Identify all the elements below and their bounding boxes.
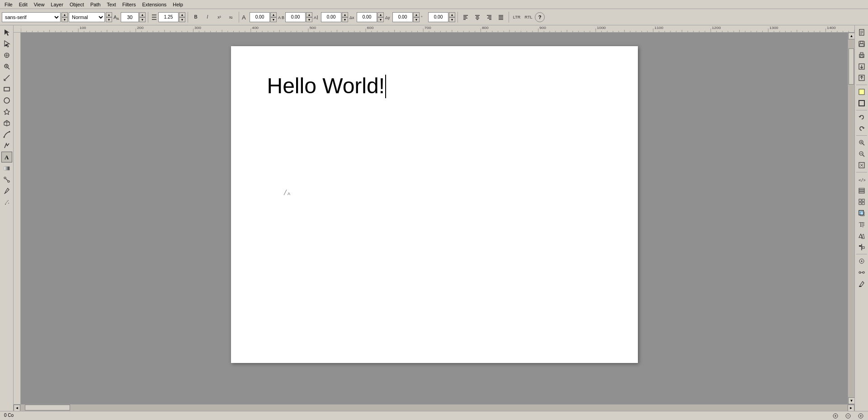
italic-button[interactable]: I [202, 12, 213, 23]
menu-path[interactable]: Path [88, 1, 104, 8]
scroll-track[interactable] [848, 39, 854, 397]
horizontal-kerning-input[interactable] [250, 12, 270, 22]
letter-spacing-down[interactable]: ▼ [342, 17, 348, 22]
canvas-viewport[interactable]: Hello World! A [21, 33, 848, 404]
box3d-tool-button[interactable] [1, 118, 12, 129]
stroke-color-button[interactable] [856, 98, 867, 109]
help-button[interactable]: ? [535, 12, 545, 22]
letter-spacing-input[interactable] [321, 12, 341, 22]
menu-extensions[interactable]: Extensions [139, 1, 169, 8]
dy-input[interactable] [392, 12, 413, 22]
undo-button[interactable] [856, 112, 867, 123]
save-button[interactable] [856, 38, 867, 49]
h-kern-down[interactable]: ▼ [270, 17, 277, 22]
nodes-button[interactable] [856, 267, 867, 278]
text-format-button[interactable]: T [856, 219, 867, 230]
transform-button[interactable] [856, 230, 867, 241]
rotation-up[interactable]: ▲ [449, 12, 455, 17]
star-tool-button[interactable] [1, 106, 12, 117]
word-spacing-down[interactable]: ▼ [306, 17, 312, 22]
menu-edit[interactable]: Edit [16, 1, 30, 8]
tweak-tool-button[interactable] [1, 50, 12, 61]
rotation-input[interactable] [428, 12, 448, 22]
connector-tool-button[interactable] [1, 174, 12, 185]
ltr-button[interactable]: RTL [523, 12, 534, 23]
font-size-up[interactable]: ▲ [139, 12, 146, 17]
print-button[interactable] [856, 50, 867, 61]
scroll-left-button[interactable]: ◄ [14, 405, 20, 411]
font-family-select[interactable]: sans-serif [2, 12, 61, 22]
rotation-down[interactable]: ▼ [449, 17, 455, 22]
pen-tool-button[interactable] [1, 129, 12, 140]
subscript-button[interactable]: x₂ [226, 12, 236, 23]
zoom-tool-button[interactable] [1, 61, 12, 72]
zoom-in-button[interactable] [856, 137, 867, 148]
font-style-select[interactable]: Normal Bold Italic [69, 12, 105, 22]
align-justify-button[interactable] [495, 12, 506, 23]
menu-layer[interactable]: Layer [48, 1, 66, 8]
scroll-down-button[interactable]: ▼ [848, 397, 854, 404]
rect-tool-button[interactable] [1, 84, 12, 95]
dx-up[interactable]: ▲ [377, 12, 384, 17]
dropper-tool-button[interactable] [1, 186, 12, 196]
canvas-text-content[interactable]: Hello World! [267, 73, 387, 98]
bold-button[interactable]: B [190, 12, 201, 23]
snap-button[interactable] [856, 256, 867, 267]
spray-tool-button[interactable] [1, 197, 12, 208]
select-tool-button[interactable] [1, 27, 12, 38]
dy-up[interactable]: ▲ [413, 12, 420, 17]
font-family-up[interactable]: ▲ [61, 12, 68, 17]
menu-text[interactable]: Text [104, 1, 118, 8]
zoom-out-button[interactable] [856, 148, 867, 159]
zoom-fit-status[interactable] [855, 412, 866, 420]
scroll-right-button[interactable]: ► [848, 405, 854, 411]
word-spacing-input[interactable] [285, 12, 306, 22]
align-distribute-button[interactable] [856, 242, 867, 253]
h-kern-up[interactable]: ▲ [270, 12, 277, 17]
h-scroll-thumb[interactable] [25, 405, 70, 410]
h-scroll-track[interactable] [20, 405, 848, 411]
align-right-button[interactable] [484, 12, 495, 23]
font-style-down[interactable]: ▼ [106, 17, 112, 22]
rtl-button[interactable]: LTR [511, 12, 522, 23]
line-height-down[interactable]: ▼ [179, 17, 185, 22]
menu-file[interactable]: File [2, 1, 15, 8]
superscript-button[interactable]: x² [214, 12, 225, 23]
import-button[interactable] [856, 61, 867, 72]
dy-down[interactable]: ▼ [413, 17, 420, 22]
font-family-down[interactable]: ▼ [61, 17, 68, 22]
new-doc-button[interactable] [856, 27, 867, 38]
menu-view[interactable]: View [31, 1, 47, 8]
scroll-up-button[interactable]: ▲ [848, 33, 854, 39]
font-style-up[interactable]: ▲ [106, 12, 112, 17]
fill-color-button[interactable] [856, 86, 867, 97]
letter-spacing-up[interactable]: ▲ [342, 12, 348, 17]
zoom-out-status[interactable] [843, 412, 854, 420]
layers-button[interactable] [856, 185, 867, 196]
align-center-button[interactable] [472, 12, 483, 23]
align-left-button[interactable] [460, 12, 471, 23]
zoom-controls[interactable] [830, 412, 841, 420]
circle-tool-button[interactable] [1, 95, 12, 106]
scroll-thumb[interactable] [849, 48, 854, 85]
measure-tool-button[interactable] [1, 72, 12, 83]
calligraphy-tool-button[interactable] [1, 140, 12, 151]
dx-input[interactable] [357, 12, 377, 22]
font-size-down[interactable]: ▼ [139, 17, 146, 22]
zoom-fit-button[interactable] [856, 160, 867, 171]
menu-filters[interactable]: Filters [120, 1, 139, 8]
xml-editor-button[interactable]: </> [856, 174, 867, 185]
dx-down[interactable]: ▼ [377, 17, 384, 22]
fill-stroke-button[interactable] [856, 208, 867, 219]
status-coord[interactable]: 0 Co [2, 412, 16, 420]
menu-object[interactable]: Object [67, 1, 87, 8]
font-size-input[interactable] [121, 12, 139, 22]
gradient-tool-button[interactable] [1, 163, 12, 174]
line-height-up[interactable]: ▲ [179, 12, 185, 17]
paint-tool-button[interactable] [856, 278, 867, 289]
menu-help[interactable]: Help [170, 1, 186, 8]
node-tool-button[interactable] [1, 38, 12, 49]
text-tool-button[interactable]: A [1, 152, 12, 162]
line-height-input[interactable] [158, 12, 179, 22]
objects-button[interactable] [856, 196, 867, 207]
